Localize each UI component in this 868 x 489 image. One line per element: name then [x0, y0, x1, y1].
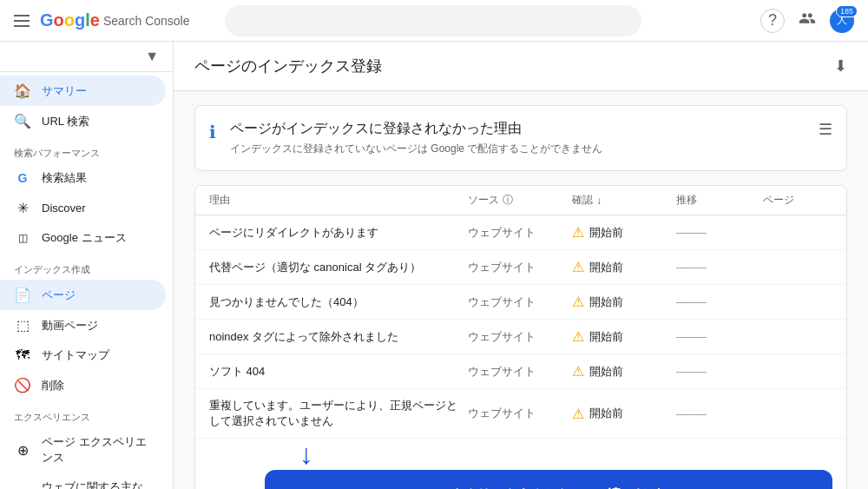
info-icon: ℹ: [209, 122, 216, 142]
cell-status: ⚠ 開始前: [572, 259, 676, 275]
sidebar-item-video[interactable]: ⬚ 動画ページ: [0, 310, 166, 340]
download-button[interactable]: ⬇: [834, 56, 847, 76]
cell-reason: 代替ページ（適切な canonical タグあり）: [209, 260, 468, 275]
page-title: ページのインデックス登録: [194, 56, 382, 76]
balloon-container: ↓ ここをクリックするとクロール済みだが、インデックスに登録されていないページが…: [195, 439, 846, 489]
main-content: ページのインデックス登録 ⬇ ℹ ページがインデックスに登録されなかった理由 イ…: [174, 42, 868, 489]
removal-icon: 🚫: [14, 377, 31, 393]
cell-source: ウェブサイト: [468, 329, 572, 345]
cell-reason: noindex タグによって除外されました: [209, 329, 468, 345]
cell-trend: ———: [676, 295, 763, 308]
google-logo: Google Search Console: [40, 10, 190, 30]
cell-reason: ページにリダイレクトがあります: [209, 225, 468, 241]
sort-desc-icon: ↓: [596, 195, 602, 207]
main-header: ページのインデックス登録 ⬇: [174, 42, 868, 91]
sidebar-item-summary[interactable]: 🏠 サマリー: [0, 76, 166, 106]
cell-source: ウェブサイト: [468, 364, 572, 380]
sidebar-item-url-inspection[interactable]: 🔍 URL 検索: [0, 106, 166, 136]
content-area: ℹ ページがインデックスに登録されなかった理由 インデックスに登録されていないペ…: [174, 91, 868, 489]
topbar-left: Google Search Console: [14, 10, 190, 30]
sidebar-item-discover[interactable]: ✳ Discover: [0, 193, 166, 223]
account-button[interactable]: [799, 10, 816, 31]
cell-trend: ———: [676, 365, 763, 378]
table-row[interactable]: noindex タグによって除外されました ウェブサイト ⚠ 開始前 ———: [195, 320, 846, 354]
info-box: ℹ ページがインデックスに登録されなかった理由 インデックスに登録されていないペ…: [194, 105, 847, 171]
app-body: ▼ 🏠 サマリー 🔍 URL 検索 検索パフォーマンス G 検索結果 ✳ Dis…: [0, 42, 868, 489]
sidebar-item-page-experience[interactable]: ⊕ ページ エクスペリエンス: [0, 427, 166, 472]
cell-status: ⚠ 開始前: [572, 224, 676, 241]
cell-status: ⚠ 開始前: [572, 406, 676, 422]
cell-source: ウェブサイト: [468, 260, 572, 275]
news-icon: ◫: [14, 232, 31, 244]
app-title: Search Console: [103, 14, 190, 28]
sitemap-icon: 🗺: [14, 347, 31, 363]
balloon-speech: ここをクリックするとクロール済みだが、インデックスに登録されていないページがわか…: [265, 470, 832, 489]
section-experience: エクスペリエンス: [0, 400, 173, 427]
arrow-down-icon: ↓: [299, 440, 313, 468]
col-trend: 推移: [676, 193, 763, 208]
cell-reason: 見つかりませんでした（404）: [209, 294, 468, 310]
table-row[interactable]: 代替ページ（適切な canonical タグあり） ウェブサイト ⚠ 開始前 —…: [195, 250, 846, 285]
sidebar-item-removal[interactable]: 🚫 削除: [0, 370, 166, 400]
video-icon: ⬚: [14, 317, 31, 334]
cell-source: ウェブサイト: [468, 294, 572, 310]
info-title: ページがインデックスに登録されなかった理由: [230, 120, 602, 138]
col-reason: 理由: [209, 193, 468, 208]
cell-status: ⚠ 開始前: [572, 328, 676, 345]
balloon-text: ここをクリックするとクロール済みだが、インデックスに登録されていないページがわか…: [265, 470, 832, 489]
warning-icon: ⚠: [572, 363, 584, 380]
search-bar[interactable]: [225, 5, 641, 36]
table-row[interactable]: 重複しています。ユーザーにより、正規ページとして選択されていません ウェブサイト…: [195, 389, 846, 439]
table-row[interactable]: ソフト 404 ウェブサイト ⚠ 開始前 ———: [195, 354, 846, 389]
help-button[interactable]: ?: [760, 9, 785, 33]
warning-icon: ⚠: [572, 328, 584, 345]
property-selector[interactable]: ▼: [0, 42, 173, 72]
cell-reason: 重複しています。ユーザーにより、正規ページとして選択されていません: [209, 398, 468, 429]
info-text: ページがインデックスに登録されなかった理由 インデックスに登録されていないページ…: [230, 120, 602, 156]
sidebar-item-google-news[interactable]: ◫ Google ニュース: [0, 223, 166, 253]
warning-icon: ⚠: [572, 406, 584, 422]
notification-badge: 185: [836, 5, 858, 17]
sidebar-item-search-results[interactable]: G 検索結果: [0, 163, 166, 193]
search-icon: 🔍: [14, 113, 31, 129]
sidebar-item-web-vitals[interactable]: ◈ ウェブに関する主な指標: [0, 472, 166, 489]
page-icon: 📄: [14, 287, 31, 303]
table-row[interactable]: ページにリダイレクトがあります ウェブサイト ⚠ 開始前 ———: [195, 215, 846, 250]
cell-source: ウェブサイト: [468, 406, 572, 421]
section-index: インデックス作成: [0, 253, 173, 280]
warning-icon: ⚠: [572, 259, 584, 275]
hamburger-button[interactable]: [14, 15, 30, 27]
warning-icon: ⚠: [572, 294, 584, 310]
cell-trend: ———: [676, 330, 763, 343]
google-g-icon: G: [14, 171, 31, 185]
home-icon: 🏠: [14, 83, 31, 99]
experience-icon: ⊕: [14, 442, 31, 459]
info-circle-icon: ⓘ: [503, 193, 513, 208]
col-confirm[interactable]: 確認 ↓: [572, 193, 676, 208]
col-page: ページ: [763, 193, 832, 208]
topbar-actions: ? 人 185: [760, 9, 854, 33]
cell-status: ⚠ 開始前: [572, 294, 676, 310]
sidebar: ▼ 🏠 サマリー 🔍 URL 検索 検索パフォーマンス G 検索結果 ✳ Dis…: [0, 42, 174, 489]
property-dropdown-icon: ▼: [145, 49, 159, 64]
balloon-wrapper: ↓ ここをクリックするとクロール済みだが、インデックスに登録されていないページが…: [265, 442, 832, 489]
table-header: 理由 ソース ⓘ 確認 ↓ 推移 ページ: [195, 186, 846, 215]
user-avatar[interactable]: 人 185: [830, 9, 854, 33]
warning-icon: ⚠: [572, 224, 584, 241]
cell-trend: ———: [676, 261, 763, 274]
discover-icon: ✳: [14, 200, 31, 216]
cell-source: ウェブサイト: [468, 225, 572, 241]
table-row[interactable]: 見つかりませんでした（404） ウェブサイト ⚠ 開始前 ———: [195, 285, 846, 320]
balloon-area: ↓ ここをクリックするとクロール済みだが、インデックスに登録されていないページが…: [195, 439, 846, 489]
info-desc: インデックスに登録されていないページは Google で配信することができません: [230, 142, 602, 156]
topbar: Google Search Console ? 人 185: [0, 0, 868, 42]
cell-trend: ———: [676, 407, 763, 420]
sidebar-item-page[interactable]: 📄 ページ: [0, 280, 166, 310]
sidebar-item-sitemap[interactable]: 🗺 サイトマップ: [0, 340, 166, 370]
col-source: ソース ⓘ: [468, 193, 572, 208]
cell-reason: ソフト 404: [209, 364, 468, 380]
section-search-performance: 検索パフォーマンス: [0, 136, 173, 163]
filter-button[interactable]: ☰: [819, 120, 832, 139]
cell-trend: ———: [676, 226, 763, 239]
data-table: 理由 ソース ⓘ 確認 ↓ 推移 ページ: [194, 185, 847, 489]
